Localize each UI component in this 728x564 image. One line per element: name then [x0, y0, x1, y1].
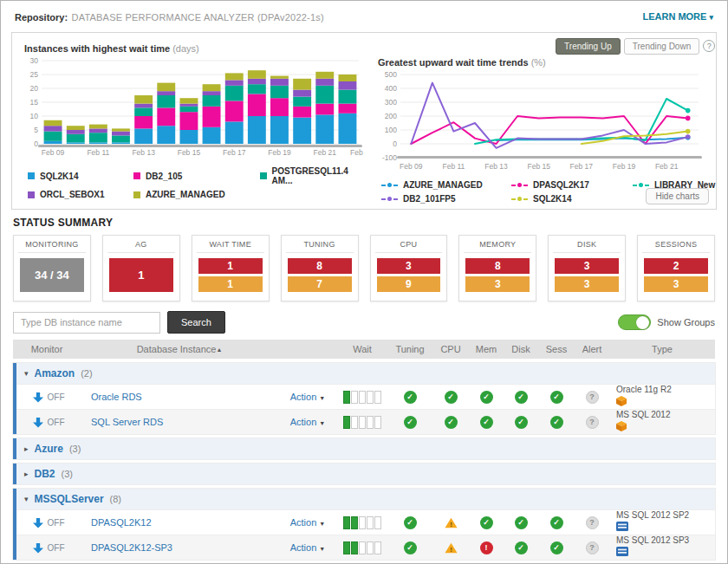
status-ok-icon: ✓: [445, 416, 458, 429]
group-header-azure[interactable]: ▸Azure(3): [16, 438, 715, 459]
status-ok-icon: ✓: [404, 516, 417, 529]
legend-label: ORCL_SEBOX1: [40, 190, 104, 199]
legend-line-marker-icon: [633, 183, 649, 187]
svg-text:!: !: [450, 546, 452, 554]
legend-item[interactable]: DB2_101FP5: [381, 194, 511, 204]
status-card-warning-count: 3: [644, 276, 708, 292]
table-group-azure: ▸Azure(3): [13, 438, 715, 459]
status-card-warning-count: 3: [555, 276, 619, 292]
monitor-down-arrow-icon[interactable]: [33, 417, 43, 428]
group-count: (8): [110, 494, 121, 504]
legend-item[interactable]: DB2_105: [133, 166, 260, 185]
chevron-right-icon: ▸: [24, 444, 29, 453]
action-dropdown[interactable]: Action ▼: [290, 517, 326, 528]
instance-link[interactable]: DPASQL2K12: [91, 517, 152, 528]
svg-text:Feb 17: Feb 17: [223, 148, 246, 157]
svg-text:0: 0: [34, 139, 38, 148]
db-type-label: Oracle 11g R2: [616, 385, 672, 396]
legend-item[interactable]: SQL2K14: [28, 166, 133, 185]
search-button[interactable]: Search: [167, 311, 225, 334]
svg-text:25: 25: [30, 70, 39, 79]
column-header-cpu[interactable]: CPU: [432, 344, 469, 354]
column-header-tuning[interactable]: Tuning: [387, 344, 432, 354]
status-card-memory[interactable]: MEMORY83: [458, 235, 536, 301]
search-input[interactable]: [13, 312, 160, 334]
instance-link[interactable]: Oracle RDS: [91, 392, 142, 402]
status-card-value: 34 / 34: [20, 258, 84, 292]
group-count: (2): [81, 368, 92, 379]
table-groups: ▾Amazon(2)OFFOracle RDSAction ▼✓✓✓✓✓?Ora…: [13, 363, 715, 560]
wait-time-chart-title: Instances with highest wait time (days): [24, 43, 366, 54]
status-card-warning-count: 3: [465, 276, 530, 292]
status-card-critical-count: 8: [288, 258, 352, 274]
column-header-sess[interactable]: Sess: [538, 344, 575, 354]
action-dropdown[interactable]: Action ▼: [290, 417, 326, 427]
status-ok-icon: ✓: [550, 391, 563, 404]
status-card-label: TUNING: [286, 240, 354, 253]
table-header-row: MonitorDatabase Instance ▲WaitTuningCPUM…: [13, 340, 715, 359]
legend-item[interactable]: POSTGRESQL11.4 AM...: [260, 166, 366, 185]
instance-link[interactable]: SQL Server RDS: [91, 417, 163, 427]
status-card-warning-count: 7: [288, 276, 352, 292]
trending-up-button[interactable]: Trending Up: [556, 38, 621, 55]
status-unknown-icon[interactable]: ?: [586, 391, 599, 404]
status-ok-icon: ✓: [550, 541, 563, 554]
help-icon[interactable]: ?: [703, 40, 715, 52]
status-card-wait-time[interactable]: WAIT TIME11: [192, 235, 270, 301]
group-header-amazon[interactable]: ▾Amazon(2): [16, 363, 715, 384]
group-count: (3): [69, 444, 81, 454]
group-header-db2[interactable]: ▸DB2(3): [16, 464, 715, 484]
instance-link[interactable]: DPASQL2K12-SP3: [91, 542, 172, 553]
svg-text:Feb 15: Feb 15: [527, 162, 550, 171]
monitor-down-arrow-icon[interactable]: [33, 392, 43, 403]
table-row-oracle-rds: OFFOracle RDSAction ▼✓✓✓✓✓?Oracle 11g R2: [16, 384, 715, 409]
column-header-type[interactable]: Type: [609, 344, 715, 354]
monitor-down-arrow-icon[interactable]: [33, 517, 43, 528]
show-groups-label: Show Groups: [657, 317, 715, 327]
show-groups-toggle[interactable]: [618, 314, 651, 330]
status-card-disk[interactable]: DISK33: [548, 235, 626, 301]
learn-more-button[interactable]: LEARN MORE ▾: [642, 11, 713, 22]
status-card-monitoring[interactable]: MONITORING34 / 34: [13, 235, 91, 301]
status-warning-icon: !: [445, 541, 458, 554]
status-card-sessions[interactable]: SESSIONS23: [637, 235, 715, 301]
svg-text:100: 100: [385, 126, 397, 134]
status-card-cpu[interactable]: CPU39: [370, 235, 448, 301]
column-header-monitor[interactable]: Monitor: [13, 344, 81, 354]
legend-item[interactable]: DPASQL2K17: [511, 180, 633, 190]
legend-item[interactable]: SQL2K14: [511, 194, 633, 204]
action-dropdown[interactable]: Action ▼: [290, 392, 326, 402]
legend-item[interactable]: AZURE_MANAGED: [133, 190, 260, 199]
status-unknown-icon[interactable]: ?: [586, 416, 599, 429]
chevron-down-icon: ▼: [319, 395, 325, 401]
group-name: Amazon: [35, 367, 75, 379]
status-ok-icon: ✓: [550, 416, 563, 429]
legend-item[interactable]: AZURE_MANAGED: [381, 180, 511, 190]
svg-text:Feb 13: Feb 13: [484, 162, 508, 171]
hide-charts-button[interactable]: Hide charts: [646, 188, 709, 204]
status-ok-icon: ✓: [515, 416, 528, 429]
group-header-mssqlserver[interactable]: ▾MSSQLServer(8): [16, 489, 715, 509]
column-header-mem[interactable]: Mem: [469, 344, 504, 354]
status-card-ag[interactable]: AG1: [102, 235, 180, 301]
status-card-tuning[interactable]: TUNING87: [281, 235, 359, 301]
action-dropdown[interactable]: Action ▼: [290, 542, 326, 553]
column-header-disk[interactable]: Disk: [504, 344, 538, 354]
legend-item[interactable]: ORCL_SEBOX1: [28, 190, 133, 199]
charts-panel: Instances with highest wait time (days) …: [11, 32, 717, 210]
status-unknown-icon[interactable]: ?: [586, 516, 599, 529]
status-card-critical-count: 3: [377, 258, 441, 274]
monitor-down-arrow-icon[interactable]: [33, 542, 43, 554]
svg-text:Feb 21: Feb 21: [314, 148, 337, 157]
status-unknown-icon[interactable]: ?: [586, 541, 599, 554]
wait-level-gauge: [343, 541, 382, 554]
column-header-database-instance[interactable]: Database Instance ▲: [81, 344, 278, 354]
legend-label: DB2_101FP5: [403, 194, 456, 204]
column-header-alert[interactable]: Alert: [575, 344, 609, 354]
svg-text:Feb: Feb: [350, 148, 363, 157]
svg-text:Feb 11: Feb 11: [443, 162, 465, 171]
monitor-status-label: OFF: [48, 518, 65, 528]
trending-down-button[interactable]: Trending Down: [624, 38, 699, 55]
legend-label: SQL2K14: [533, 194, 571, 204]
column-header-wait[interactable]: Wait: [337, 344, 387, 354]
